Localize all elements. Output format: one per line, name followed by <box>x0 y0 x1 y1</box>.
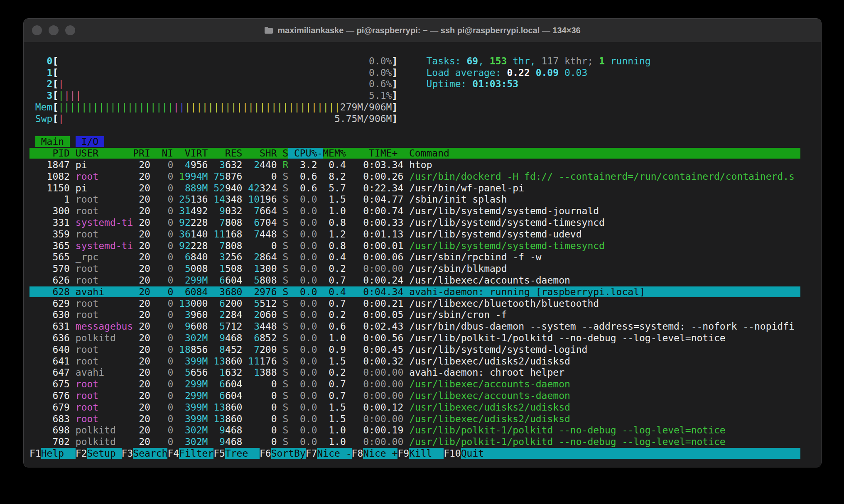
cpu2-uptime-row: 2[| 0.6%] Uptime: 01:03:53 <box>29 78 821 90</box>
cpu1-meter-label: 1 <box>35 67 53 78</box>
sort-column-cpu[interactable]: CPU%- <box>288 148 323 159</box>
memory-meter-bar-green: |||||||||||||||||||| <box>58 102 173 113</box>
terminal-window: maximiliankaske — pi@raspberrypi: ~ — ss… <box>23 18 822 467</box>
cpu2-meter[interactable]: 2[| 0.6%] <box>29 78 397 89</box>
F2-action-label: Setup <box>87 448 122 459</box>
table-header-row[interactable]: PID USER PRI NI VIRT RES SHR S CPU%-MEM%… <box>29 148 821 159</box>
cpu3-meter-bar-green: | <box>58 90 64 101</box>
process-row-647[interactable]: 647 avahi 20 0 5656 1632 1388 S 0.0 0.2 … <box>29 367 821 379</box>
table-header-left: PID USER PRI NI VIRT RES SHR S <box>29 148 288 159</box>
swap-meter-label: Swp <box>35 113 53 124</box>
cpu3-meter-bar-red: ||| <box>64 90 81 101</box>
process-row-702[interactable]: 702 polkitd 20 0 302M 9468 0 S 0.0 1.0 0… <box>29 436 821 448</box>
memory-meter-row: Mem[||||||||||||||||||||||||||||||||||||… <box>29 102 821 113</box>
tab-main[interactable]: Main <box>35 136 70 147</box>
process-row-1150[interactable]: 1150 pi 20 0 889M 52940 42324 S 0.6 5.7 … <box>29 183 821 194</box>
F1-action-label: Help <box>41 448 76 459</box>
process-row-679[interactable]: 679 root 20 0 399M 13860 0 S 0.0 1.5 0:0… <box>29 402 821 413</box>
cpu0-meter-value: 0.0% <box>369 56 392 66</box>
F9-action-label: Kill <box>409 448 444 459</box>
fn-key-f3[interactable]: F3Search <box>122 448 168 459</box>
process-row-570[interactable]: 570 root 20 0 5008 1508 1300 S 0.0 0.2 0… <box>29 263 821 275</box>
zoom-button[interactable] <box>65 25 75 35</box>
F9-key-label: F9 <box>397 448 409 459</box>
fn-key-f10[interactable]: F10Quit <box>444 448 484 459</box>
window-title: maximiliankaske — pi@raspberrypi: ~ — ss… <box>264 26 580 35</box>
title-bar[interactable]: maximiliankaske — pi@raspberrypi: ~ — ss… <box>24 19 821 42</box>
process-row-1[interactable]: 1 root 20 0 25136 14348 10196 S 0.0 1.5 … <box>29 194 821 206</box>
cpu1-load-row: 1[ 0.0%] Load average: 0.22 0.09 0.03 <box>29 67 821 79</box>
fnbar-fill <box>484 448 800 459</box>
blank-row <box>29 125 821 137</box>
F5-action-label: Tree <box>225 448 260 459</box>
F3-key-label: F3 <box>122 448 133 459</box>
F1-key-label: F1 <box>29 448 41 459</box>
folder-icon <box>264 27 273 34</box>
cpu2-meter-label: 2 <box>35 78 53 89</box>
process-row-selected[interactable]: 628 avahi 20 0 6084 3680 2976 S 0.0 0.4 … <box>29 286 821 298</box>
fn-key-f7[interactable]: F7Nice - <box>306 448 352 459</box>
memory-meter-bar-mag: | <box>173 102 179 113</box>
memory-meter[interactable]: Mem[||||||||||||||||||||||||||||||||||||… <box>29 102 397 113</box>
F4-action-label: Filter <box>179 448 213 459</box>
process-row-641[interactable]: 641 root 20 0 399M 13860 11176 S 0.0 1.5… <box>29 356 821 367</box>
cpu1-meter[interactable]: 1[ 0.0%] <box>29 67 397 78</box>
memory-meter-bar-blue: | <box>179 102 185 113</box>
swap-meter-value: 5.75M/906M <box>334 113 392 124</box>
cpu0-tasks-row: 0[ 0.0%] Tasks: 69, 153 thr, 117 kthr; 1… <box>29 56 821 67</box>
process-row-565[interactable]: 565 _rpc 20 0 6840 3256 2864 S 0.0 0.4 0… <box>29 252 821 263</box>
cpu1-meter-value: 0.0% <box>369 67 392 78</box>
swap-meter-row: Swp[| 5.75M/906M] <box>29 113 821 125</box>
process-row-1082[interactable]: 1082 root 20 0 1994M 75876 0 S 0.6 8.2 0… <box>29 171 821 183</box>
cpu0-meter-label: 0 <box>35 56 53 66</box>
fn-key-f6[interactable]: F6SortBy <box>260 448 306 459</box>
process-row-698[interactable]: 698 polkitd 20 0 302M 9468 0 S 0.0 1.0 0… <box>29 425 821 436</box>
F10-action-label: Quit <box>461 448 484 459</box>
cpu3-meter-label: 3 <box>35 90 53 101</box>
process-row-676[interactable]: 676 root 20 0 299M 6604 0 S 0.0 0.7 0:00… <box>29 390 821 402</box>
F7-key-label: F7 <box>306 448 317 459</box>
process-row-640[interactable]: 640 root 20 0 18856 8452 7200 S 0.0 0.9 … <box>29 344 821 356</box>
F3-action-label: Search <box>133 448 167 459</box>
memory-meter-label: Mem <box>35 102 53 113</box>
process-row-636[interactable]: 636 polkitd 20 0 302M 9468 6852 S 0.0 1.… <box>29 333 821 344</box>
F2-key-label: F2 <box>76 448 87 459</box>
cpu2-meter-bar-red: | <box>58 78 64 89</box>
swap-meter-bar-red: | <box>58 113 64 124</box>
process-row-630[interactable]: 630 root 20 0 3960 2284 2060 S 0.0 0.2 0… <box>29 309 821 321</box>
process-row-683[interactable]: 683 root 20 0 399M 13860 0 S 0.0 1.5 0:0… <box>29 413 821 425</box>
process-row-365[interactable]: 365 systemd-ti 20 0 92228 7808 0 S 0.0 0… <box>29 240 821 252</box>
F6-action-label: SortBy <box>271 448 306 459</box>
traffic-lights <box>32 25 75 35</box>
fn-key-f1[interactable]: F1Help <box>29 448 76 459</box>
function-key-bar: F1Help F2Setup F3SearchF4FilterF5Tree F6… <box>29 448 821 460</box>
fn-key-f9[interactable]: F9Kill <box>397 448 444 459</box>
htop-screen: 0[ 0.0%] Tasks: 69, 153 thr, 117 kthr; 1… <box>24 42 821 460</box>
fn-key-f8[interactable]: F8Nice + <box>352 448 398 459</box>
process-row-631[interactable]: 631 messagebus 20 0 9608 5712 3448 S 0.0… <box>29 321 821 333</box>
process-row-629[interactable]: 629 root 20 0 13000 6200 5512 S 0.0 0.7 … <box>29 298 821 310</box>
process-row-675[interactable]: 675 root 20 0 299M 6604 0 S 0.0 0.7 0:00… <box>29 379 821 390</box>
swap-meter[interactable]: Swp[| 5.75M/906M] <box>29 113 397 124</box>
F8-action-label: Nice + <box>363 448 397 459</box>
cpu3-meter-row: 3[|||| 5.1%] <box>29 90 821 102</box>
process-row-300[interactable]: 300 root 20 0 31492 9032 7664 S 0.0 1.0 … <box>29 206 821 217</box>
cpu3-meter[interactable]: 3[|||| 5.1%] <box>29 90 397 101</box>
window-title-text: maximiliankaske — pi@raspberrypi: ~ — ss… <box>277 26 580 35</box>
fn-key-f2[interactable]: F2Setup <box>76 448 122 459</box>
tab-io[interactable]: I/O <box>76 136 104 147</box>
process-row-359[interactable]: 359 root 20 0 36140 11168 7448 S 0.0 1.2… <box>29 229 821 240</box>
F8-key-label: F8 <box>352 448 363 459</box>
F10-key-label: F10 <box>444 448 461 459</box>
fn-key-f4[interactable]: F4Filter <box>167 448 213 459</box>
cpu0-meter[interactable]: 0[ 0.0%] <box>29 56 397 66</box>
F7-action-label: Nice - <box>317 448 351 459</box>
process-row-331[interactable]: 331 systemd-ti 20 0 92228 7808 6704 S 0.… <box>29 217 821 229</box>
process-row-1847[interactable]: 1847 pi 20 0 4956 3632 2440 R 3.2 0.4 0:… <box>29 159 821 171</box>
process-row-626[interactable]: 626 root 20 0 299M 6604 5808 S 0.0 0.7 0… <box>29 275 821 286</box>
minimize-button[interactable] <box>49 25 59 35</box>
fn-key-f5[interactable]: F5Tree <box>213 448 260 459</box>
desktop: { "window": { "title": "maximiliankaske … <box>0 0 844 504</box>
close-button[interactable] <box>32 25 42 35</box>
blank-row <box>29 44 821 56</box>
